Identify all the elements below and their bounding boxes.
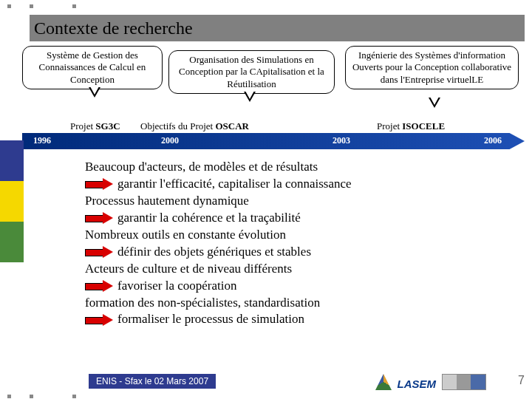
callouts: Système de Gestion des Connaissances de … <box>22 46 525 112</box>
callout-tail <box>429 98 440 108</box>
red-arrow-icon <box>85 281 113 291</box>
year-2006: 2006 <box>484 135 502 146</box>
body-line: Nombreux outils en constante évolution <box>85 227 521 244</box>
body-line: garantir l'efficacité, capitaliser la co… <box>85 176 521 193</box>
body-line: garantir la cohérence et la traçabilité <box>85 210 521 227</box>
partner-logos-icon <box>442 374 486 390</box>
year-2000: 2000 <box>161 135 179 146</box>
red-arrow-icon <box>85 247 113 257</box>
callout-tail <box>244 92 256 102</box>
triangle-logo-icon <box>375 374 392 390</box>
footer-venue: ENIS - Sfax le 02 Mars 2007 <box>89 374 216 389</box>
callout-sg3c: Système de Gestion des Connaissances de … <box>22 46 163 89</box>
body-line: Beaucoup d'acteurs, de modèles et de rés… <box>85 159 521 176</box>
red-arrow-icon <box>85 315 113 325</box>
body-line: définir des objets génériques et stables <box>85 244 521 261</box>
footer-lab: LASEM <box>398 378 437 390</box>
body-line: favoriser la coopération <box>85 278 521 295</box>
body-line: Processus hautement dynamique <box>85 193 521 210</box>
slide-title: Contexte de recherche <box>30 15 525 41</box>
color-sidebar <box>0 140 24 362</box>
red-arrow-icon <box>85 213 113 223</box>
body-content: Beaucoup d'acteurs, de modèles et de rés… <box>85 159 521 328</box>
year-1996: 1996 <box>33 135 51 146</box>
project-oscar-label: Objectifs du Projet OSCAR <box>140 120 249 132</box>
year-2003: 2003 <box>332 135 350 146</box>
callout-oscar: Organisation des Simulations en Concepti… <box>168 50 335 94</box>
body-line: Acteurs de culture et de niveau différen… <box>85 261 521 278</box>
page-number: 7 <box>518 374 525 387</box>
footer: ENIS - Sfax le 02 Mars 2007 LASEM 7 <box>0 372 532 393</box>
callout-isocele: Ingénierie des Systèmes d'information Ou… <box>345 46 519 89</box>
timeline-arrow <box>22 133 525 149</box>
body-line: formaliser le processus de simulation <box>85 311 521 328</box>
project-sg3c-label: Projet SG3C <box>70 120 120 132</box>
body-line: formation des non-spécialistes, standard… <box>85 295 521 312</box>
red-arrow-icon <box>85 179 113 189</box>
project-isocele-label: Projet ISOCELE <box>377 120 445 132</box>
callout-tail <box>89 87 100 98</box>
